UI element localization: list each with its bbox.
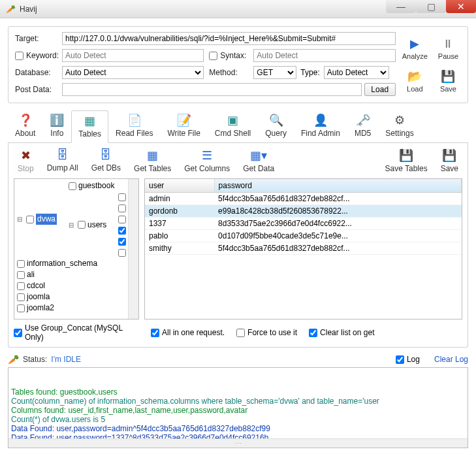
save-tables-button[interactable]: 💾Save Tables [385, 148, 427, 173]
maximize-button[interactable]: ▢ [416, 0, 446, 13]
tab-tables[interactable]: ▦Tables [71, 110, 108, 143]
syntax-checkbox[interactable] [209, 52, 217, 60]
table-row[interactable]: smithy5f4dcc3b5aa765d61d8327deb882cf... [145, 242, 462, 255]
target-panel: Target: Keyword: Syntax: Database: Auto … [8, 26, 468, 103]
tab-write-file[interactable]: 📝Write File [160, 110, 207, 142]
clear-list-checkbox[interactable] [309, 329, 317, 337]
cmd-shell-icon: ▣ [227, 113, 238, 127]
tree-node[interactable]: dvwa [17, 214, 57, 225]
database-select[interactable]: Auto Detect [62, 66, 204, 79]
get-dbs-icon: 🗄 [100, 148, 112, 162]
tree-node[interactable]: joomla [17, 291, 50, 303]
get-data-icon: ▦▾ [250, 148, 267, 163]
database-label: Database: [15, 68, 57, 77]
tab-read-files[interactable]: 📄Read Files [108, 110, 160, 142]
get-data-button[interactable]: ▦▾Get Data [243, 148, 274, 173]
tree-checkbox[interactable] [17, 282, 25, 290]
tree-checkbox[interactable] [118, 205, 126, 212]
tables-toolbar: ✖Stop🗄Dump All🗄Get DBs▦Get Tables☰Get Co… [14, 148, 462, 178]
analyze-button[interactable]: ▶Analyze [402, 37, 428, 60]
tab-query[interactable]: 🔍Query [258, 110, 294, 142]
syntax-input[interactable] [253, 49, 395, 62]
target-label: Target: [15, 34, 57, 43]
tree-checkbox[interactable] [17, 260, 25, 268]
get-tables-button[interactable]: ▦Get Tables [134, 148, 171, 173]
get-dbs-button[interactable]: 🗄Get DBs [91, 148, 121, 172]
keyword-label: Keyword: [26, 51, 59, 60]
column-header[interactable]: user [145, 179, 214, 193]
all-in-one-checkbox[interactable] [151, 329, 159, 337]
tree-checkbox[interactable] [17, 293, 25, 301]
tree-checkbox[interactable] [17, 271, 25, 279]
tree-checkbox[interactable] [26, 216, 34, 223]
tab-md5[interactable]: 🗝️MD5 [347, 110, 378, 142]
about-icon: ❓ [18, 113, 33, 127]
tree-checkbox[interactable] [17, 304, 25, 312]
method-select[interactable]: GET [253, 66, 296, 79]
clear-log-link[interactable]: Clear Log [434, 355, 468, 364]
tree-node[interactable]: ali [17, 269, 35, 280]
keyword-input[interactable] [62, 49, 204, 62]
tree-checkbox[interactable] [118, 227, 126, 235]
tree-node[interactable]: users [69, 220, 106, 231]
get-columns-button[interactable]: ☰Get Columns [184, 148, 230, 173]
carrot-icon: 🥕 [8, 354, 19, 365]
close-button[interactable]: ✕ [446, 0, 476, 13]
tree-node[interactable]: joomla2 [17, 303, 54, 314]
stop-icon: ✖ [21, 148, 31, 163]
type-label: Type: [300, 68, 319, 77]
tree-node[interactable]: guestbook [69, 180, 114, 191]
column-header[interactable]: password [214, 179, 461, 193]
log-line: Data Found: user,password=admin^5f4dcc3b… [11, 424, 465, 433]
type-select[interactable]: Auto Detect [324, 66, 389, 79]
log-output[interactable]: Tables found: guestbook,usersCount(colum… [8, 367, 468, 448]
group-concat-checkbox[interactable] [14, 329, 22, 337]
tables-panel: ✖Stop🗄Dump All🗄Get DBs▦Get Tables☰Get Co… [8, 143, 468, 348]
log-checkbox[interactable] [396, 355, 404, 364]
settings-icon: ⚙ [394, 113, 405, 127]
table-row[interactable]: 13378d3533d75ae2c3966d7e0d4fcc6922... [145, 218, 462, 230]
table-row[interactable]: admin5f4dcc3b5aa765d61d8327deb882cf... [145, 193, 462, 205]
keyword-checkbox[interactable] [15, 52, 24, 60]
tree-checkbox[interactable] [118, 216, 126, 223]
save-button[interactable]: 💾Save [436, 69, 461, 93]
dump-all-button[interactable]: 🗄Dump All [47, 148, 78, 172]
tab-about[interactable]: ❓About [8, 110, 42, 142]
table-row[interactable]: pablo0d107d09f5bbe40cade3de5c71e9e... [145, 230, 462, 242]
read-files-icon: 📄 [127, 113, 142, 127]
tree-node[interactable]: cdcol [17, 280, 45, 291]
log-h-scrollbar[interactable]: ⋯ [8, 438, 468, 448]
target-input[interactable] [62, 32, 396, 45]
title-bar: 🥕 Havij — ▢ ✕ [0, 0, 476, 18]
tree-checkbox[interactable] [78, 221, 86, 229]
status-value: I'm IDLE [51, 355, 81, 364]
write-file-icon: 📝 [177, 113, 191, 127]
tree-checkbox[interactable] [69, 182, 76, 190]
tree-checkbox[interactable] [118, 238, 126, 246]
save-tables-icon: 💾 [399, 148, 413, 163]
tab-cmd-shell[interactable]: ▣Cmd Shell [208, 110, 258, 142]
db-tree[interactable]: dvwaguestbookusersuser_idfirst_namelast_… [14, 178, 139, 319]
tab-find-admin[interactable]: 👤Find Admin [294, 110, 347, 142]
load-button[interactable]: 📂Load [402, 69, 428, 93]
data-grid[interactable]: userpasswordadmin5f4dcc3b5aa765d61d8327d… [144, 178, 462, 319]
tree-scrollbar[interactable] [128, 179, 138, 319]
minimize-button[interactable]: — [386, 0, 416, 13]
postdata-label: Post Data: [15, 85, 57, 94]
tab-settings[interactable]: ⚙Settings [378, 110, 420, 142]
log-line: Count(column_name) of information_schema… [11, 397, 465, 406]
find-admin-icon: 👤 [313, 113, 328, 127]
tree-checkbox[interactable] [118, 193, 126, 201]
get-columns-icon: ☰ [202, 148, 212, 163]
tab-info[interactable]: ℹ️Info [42, 110, 71, 142]
md5-icon: 🗝️ [356, 113, 370, 127]
tree-node[interactable]: information_schema [17, 258, 97, 269]
save-button[interactable]: 💾Save [441, 148, 458, 173]
force-checkbox[interactable] [236, 329, 245, 337]
query-icon: 🔍 [269, 113, 283, 127]
tree-checkbox[interactable] [118, 249, 126, 257]
postdata-input[interactable] [62, 83, 362, 96]
postdata-load-button[interactable]: Load [364, 83, 396, 96]
pause-button[interactable]: ⏸Pause [436, 37, 461, 60]
table-row[interactable]: gordonbe99a18c428cb38d5f260853678922... [145, 205, 462, 218]
